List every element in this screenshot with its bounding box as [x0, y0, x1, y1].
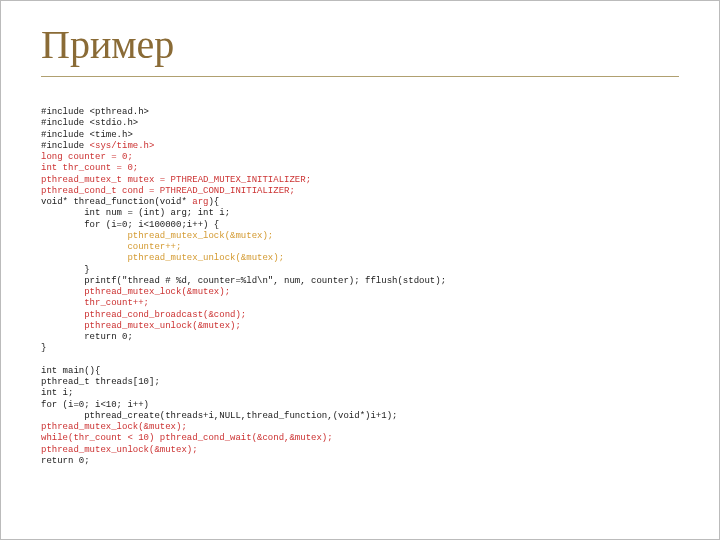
code-line: pthread_mutex_unlock(&mutex);	[41, 253, 284, 263]
code-line: int i;	[41, 388, 73, 398]
code-line: pthread_mutex_lock(&mutex);	[41, 231, 273, 241]
code-span: ){	[208, 197, 219, 207]
code-line: int thr_count = 0;	[41, 163, 138, 173]
code-line: pthread_t threads[10];	[41, 377, 160, 387]
code-line: #include <time.h>	[41, 130, 133, 140]
code-line: thr_count++;	[41, 298, 149, 308]
code-line: pthread_cond_t cond = PTHREAD_COND_INITI…	[41, 186, 295, 196]
code-line: }	[41, 343, 46, 353]
code-line: #include <stdio.h>	[41, 118, 138, 128]
code-line: pthread_mutex_t mutex = PTHREAD_MUTEX_IN…	[41, 175, 311, 185]
code-line: pthread_mutex_unlock(&mutex);	[41, 321, 241, 331]
code-block: #include <pthread.h> #include <stdio.h> …	[41, 107, 679, 467]
code-line: pthread_cond_broadcast(&cond);	[41, 310, 246, 320]
code-line: int main(){	[41, 366, 100, 376]
code-line: #include <pthread.h>	[41, 107, 149, 117]
code-line: for (i=0; i<10; i++)	[41, 400, 149, 410]
slide-title: Пример	[41, 21, 679, 70]
code-line: return 0;	[41, 456, 90, 466]
slide-container: Пример #include <pthread.h> #include <st…	[1, 1, 719, 487]
code-line: printf("thread # %d, counter=%ld\n", num…	[41, 276, 446, 286]
code-line: #include	[41, 141, 90, 151]
code-line: counter++;	[41, 242, 181, 252]
code-line: pthread_mutex_lock(&mutex);	[41, 422, 187, 432]
code-span: <sys/time.h>	[90, 141, 155, 151]
code-line: }	[41, 265, 90, 275]
code-line: while(thr_count < 10) pthread_cond_wait(…	[41, 433, 333, 443]
code-span: arg	[192, 197, 208, 207]
code-line: for (i=0; i<100000;i++) {	[41, 220, 219, 230]
code-line: pthread_mutex_unlock(&mutex);	[41, 445, 198, 455]
code-line: long counter = 0;	[41, 152, 133, 162]
title-rule	[41, 76, 679, 77]
code-line: pthread_create(threads+i,NULL,thread_fun…	[41, 411, 397, 421]
code-line: return 0;	[41, 332, 133, 342]
code-line: void* thread_function(void*	[41, 197, 192, 207]
code-line: int num = (int) arg; int i;	[41, 208, 230, 218]
code-line: pthread_mutex_lock(&mutex);	[41, 287, 230, 297]
